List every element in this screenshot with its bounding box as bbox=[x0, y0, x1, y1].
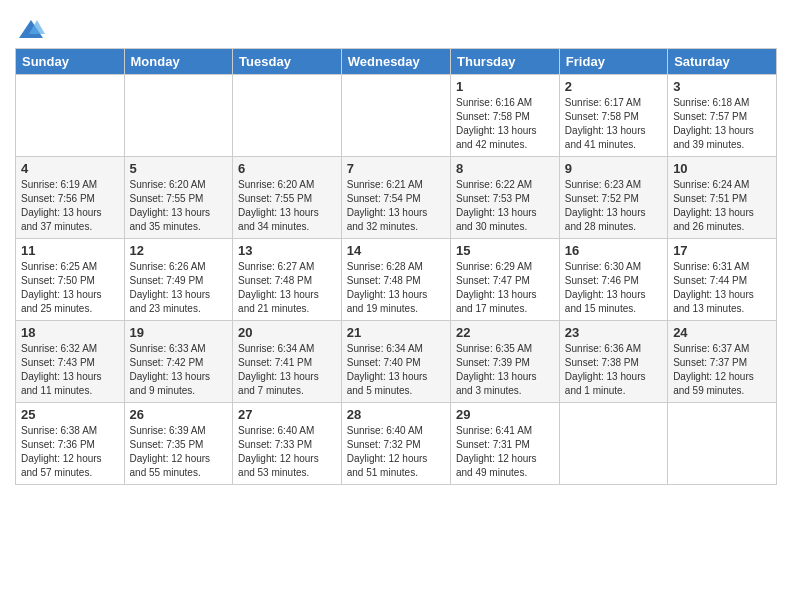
day-info: Sunrise: 6:27 AM Sunset: 7:48 PM Dayligh… bbox=[238, 260, 336, 316]
calendar-cell: 9Sunrise: 6:23 AM Sunset: 7:52 PM Daylig… bbox=[559, 157, 667, 239]
day-info: Sunrise: 6:22 AM Sunset: 7:53 PM Dayligh… bbox=[456, 178, 554, 234]
day-number: 2 bbox=[565, 79, 662, 94]
day-header-wednesday: Wednesday bbox=[341, 49, 450, 75]
calendar-header-row: SundayMondayTuesdayWednesdayThursdayFrid… bbox=[16, 49, 777, 75]
day-header-friday: Friday bbox=[559, 49, 667, 75]
day-number: 11 bbox=[21, 243, 119, 258]
day-number: 23 bbox=[565, 325, 662, 340]
calendar-cell: 22Sunrise: 6:35 AM Sunset: 7:39 PM Dayli… bbox=[451, 321, 560, 403]
day-number: 29 bbox=[456, 407, 554, 422]
day-info: Sunrise: 6:41 AM Sunset: 7:31 PM Dayligh… bbox=[456, 424, 554, 480]
day-number: 9 bbox=[565, 161, 662, 176]
calendar-cell bbox=[668, 403, 777, 485]
calendar-cell: 20Sunrise: 6:34 AM Sunset: 7:41 PM Dayli… bbox=[233, 321, 342, 403]
day-info: Sunrise: 6:33 AM Sunset: 7:42 PM Dayligh… bbox=[130, 342, 228, 398]
calendar-cell bbox=[559, 403, 667, 485]
calendar-cell: 27Sunrise: 6:40 AM Sunset: 7:33 PM Dayli… bbox=[233, 403, 342, 485]
day-info: Sunrise: 6:37 AM Sunset: 7:37 PM Dayligh… bbox=[673, 342, 771, 398]
day-info: Sunrise: 6:36 AM Sunset: 7:38 PM Dayligh… bbox=[565, 342, 662, 398]
day-info: Sunrise: 6:17 AM Sunset: 7:58 PM Dayligh… bbox=[565, 96, 662, 152]
calendar-body: 1Sunrise: 6:16 AM Sunset: 7:58 PM Daylig… bbox=[16, 75, 777, 485]
day-number: 8 bbox=[456, 161, 554, 176]
day-number: 13 bbox=[238, 243, 336, 258]
day-number: 22 bbox=[456, 325, 554, 340]
calendar-week-1: 1Sunrise: 6:16 AM Sunset: 7:58 PM Daylig… bbox=[16, 75, 777, 157]
day-number: 7 bbox=[347, 161, 445, 176]
day-number: 12 bbox=[130, 243, 228, 258]
calendar-cell: 21Sunrise: 6:34 AM Sunset: 7:40 PM Dayli… bbox=[341, 321, 450, 403]
day-info: Sunrise: 6:29 AM Sunset: 7:47 PM Dayligh… bbox=[456, 260, 554, 316]
calendar-cell: 4Sunrise: 6:19 AM Sunset: 7:56 PM Daylig… bbox=[16, 157, 125, 239]
calendar-cell: 7Sunrise: 6:21 AM Sunset: 7:54 PM Daylig… bbox=[341, 157, 450, 239]
calendar-cell: 3Sunrise: 6:18 AM Sunset: 7:57 PM Daylig… bbox=[668, 75, 777, 157]
day-number: 1 bbox=[456, 79, 554, 94]
calendar-cell: 14Sunrise: 6:28 AM Sunset: 7:48 PM Dayli… bbox=[341, 239, 450, 321]
day-header-sunday: Sunday bbox=[16, 49, 125, 75]
calendar-week-5: 25Sunrise: 6:38 AM Sunset: 7:36 PM Dayli… bbox=[16, 403, 777, 485]
calendar-cell: 28Sunrise: 6:40 AM Sunset: 7:32 PM Dayli… bbox=[341, 403, 450, 485]
calendar-cell: 26Sunrise: 6:39 AM Sunset: 7:35 PM Dayli… bbox=[124, 403, 233, 485]
day-info: Sunrise: 6:34 AM Sunset: 7:41 PM Dayligh… bbox=[238, 342, 336, 398]
calendar-cell bbox=[233, 75, 342, 157]
day-number: 15 bbox=[456, 243, 554, 258]
calendar-cell: 10Sunrise: 6:24 AM Sunset: 7:51 PM Dayli… bbox=[668, 157, 777, 239]
day-header-monday: Monday bbox=[124, 49, 233, 75]
day-number: 16 bbox=[565, 243, 662, 258]
day-info: Sunrise: 6:19 AM Sunset: 7:56 PM Dayligh… bbox=[21, 178, 119, 234]
day-number: 10 bbox=[673, 161, 771, 176]
day-info: Sunrise: 6:23 AM Sunset: 7:52 PM Dayligh… bbox=[565, 178, 662, 234]
day-info: Sunrise: 6:40 AM Sunset: 7:33 PM Dayligh… bbox=[238, 424, 336, 480]
day-info: Sunrise: 6:31 AM Sunset: 7:44 PM Dayligh… bbox=[673, 260, 771, 316]
day-number: 25 bbox=[21, 407, 119, 422]
day-header-tuesday: Tuesday bbox=[233, 49, 342, 75]
calendar-cell: 8Sunrise: 6:22 AM Sunset: 7:53 PM Daylig… bbox=[451, 157, 560, 239]
day-info: Sunrise: 6:38 AM Sunset: 7:36 PM Dayligh… bbox=[21, 424, 119, 480]
calendar-week-2: 4Sunrise: 6:19 AM Sunset: 7:56 PM Daylig… bbox=[16, 157, 777, 239]
day-header-saturday: Saturday bbox=[668, 49, 777, 75]
day-number: 27 bbox=[238, 407, 336, 422]
calendar-cell: 1Sunrise: 6:16 AM Sunset: 7:58 PM Daylig… bbox=[451, 75, 560, 157]
day-number: 3 bbox=[673, 79, 771, 94]
page-header bbox=[15, 10, 777, 42]
day-info: Sunrise: 6:32 AM Sunset: 7:43 PM Dayligh… bbox=[21, 342, 119, 398]
day-number: 17 bbox=[673, 243, 771, 258]
day-header-thursday: Thursday bbox=[451, 49, 560, 75]
day-info: Sunrise: 6:28 AM Sunset: 7:48 PM Dayligh… bbox=[347, 260, 445, 316]
day-number: 5 bbox=[130, 161, 228, 176]
day-info: Sunrise: 6:21 AM Sunset: 7:54 PM Dayligh… bbox=[347, 178, 445, 234]
day-number: 18 bbox=[21, 325, 119, 340]
day-info: Sunrise: 6:25 AM Sunset: 7:50 PM Dayligh… bbox=[21, 260, 119, 316]
day-number: 24 bbox=[673, 325, 771, 340]
day-number: 4 bbox=[21, 161, 119, 176]
calendar-cell: 19Sunrise: 6:33 AM Sunset: 7:42 PM Dayli… bbox=[124, 321, 233, 403]
calendar-cell: 23Sunrise: 6:36 AM Sunset: 7:38 PM Dayli… bbox=[559, 321, 667, 403]
day-info: Sunrise: 6:18 AM Sunset: 7:57 PM Dayligh… bbox=[673, 96, 771, 152]
calendar-cell: 2Sunrise: 6:17 AM Sunset: 7:58 PM Daylig… bbox=[559, 75, 667, 157]
day-info: Sunrise: 6:30 AM Sunset: 7:46 PM Dayligh… bbox=[565, 260, 662, 316]
calendar-cell: 24Sunrise: 6:37 AM Sunset: 7:37 PM Dayli… bbox=[668, 321, 777, 403]
calendar-cell: 13Sunrise: 6:27 AM Sunset: 7:48 PM Dayli… bbox=[233, 239, 342, 321]
day-number: 14 bbox=[347, 243, 445, 258]
day-info: Sunrise: 6:26 AM Sunset: 7:49 PM Dayligh… bbox=[130, 260, 228, 316]
day-info: Sunrise: 6:16 AM Sunset: 7:58 PM Dayligh… bbox=[456, 96, 554, 152]
day-info: Sunrise: 6:24 AM Sunset: 7:51 PM Dayligh… bbox=[673, 178, 771, 234]
day-info: Sunrise: 6:20 AM Sunset: 7:55 PM Dayligh… bbox=[238, 178, 336, 234]
logo-icon bbox=[17, 18, 45, 42]
logo bbox=[15, 18, 45, 42]
calendar-cell: 16Sunrise: 6:30 AM Sunset: 7:46 PM Dayli… bbox=[559, 239, 667, 321]
calendar-cell: 6Sunrise: 6:20 AM Sunset: 7:55 PM Daylig… bbox=[233, 157, 342, 239]
calendar-cell: 29Sunrise: 6:41 AM Sunset: 7:31 PM Dayli… bbox=[451, 403, 560, 485]
calendar-cell: 17Sunrise: 6:31 AM Sunset: 7:44 PM Dayli… bbox=[668, 239, 777, 321]
day-number: 26 bbox=[130, 407, 228, 422]
calendar-cell bbox=[16, 75, 125, 157]
day-number: 19 bbox=[130, 325, 228, 340]
calendar-cell: 15Sunrise: 6:29 AM Sunset: 7:47 PM Dayli… bbox=[451, 239, 560, 321]
calendar-cell: 12Sunrise: 6:26 AM Sunset: 7:49 PM Dayli… bbox=[124, 239, 233, 321]
calendar-cell: 5Sunrise: 6:20 AM Sunset: 7:55 PM Daylig… bbox=[124, 157, 233, 239]
calendar-cell bbox=[341, 75, 450, 157]
calendar-cell bbox=[124, 75, 233, 157]
day-number: 6 bbox=[238, 161, 336, 176]
calendar-week-4: 18Sunrise: 6:32 AM Sunset: 7:43 PM Dayli… bbox=[16, 321, 777, 403]
calendar-cell: 18Sunrise: 6:32 AM Sunset: 7:43 PM Dayli… bbox=[16, 321, 125, 403]
calendar-table: SundayMondayTuesdayWednesdayThursdayFrid… bbox=[15, 48, 777, 485]
